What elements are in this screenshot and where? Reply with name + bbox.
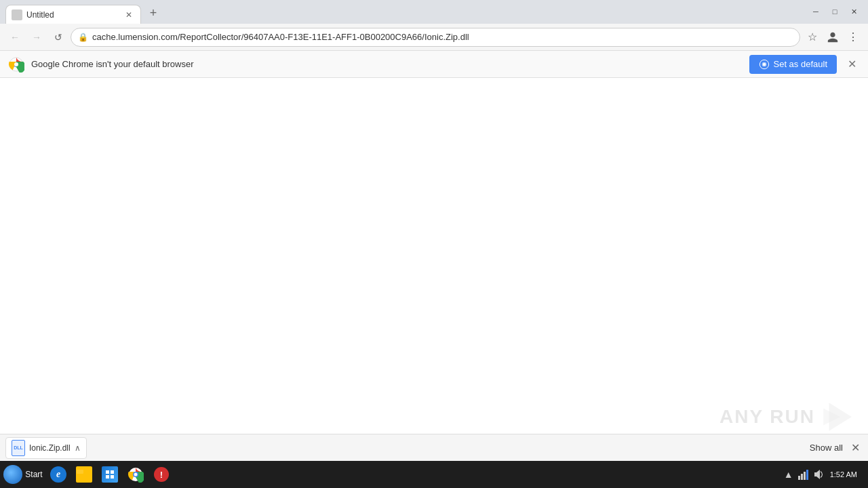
ie-icon: e [50, 466, 66, 483]
svg-rect-17 [804, 472, 806, 480]
taskbar-chrome-button[interactable] [123, 462, 148, 487]
svg-rect-18 [806, 470, 808, 480]
window-controls: ─ □ ✕ [802, 0, 868, 19]
start-text: Start [25, 470, 42, 479]
chrome-window: Untitled ✕ + ─ □ ✕ ← → ↺ 🔒 cache.lumensi… [0, 0, 868, 488]
svg-rect-11 [111, 475, 114, 479]
show-all-button[interactable]: Show all [804, 440, 848, 455]
svg-rect-8 [106, 470, 109, 474]
chrome-logo-icon [8, 56, 24, 73]
title-bar: Untitled ✕ + ─ □ ✕ [0, 0, 868, 24]
forward-button[interactable]: → [27, 28, 46, 47]
url-text: cache.lumension.com/ReportCollector/9640… [92, 32, 793, 42]
folder-icon [76, 466, 92, 483]
notification-text: Google Chrome isn't your default browser [31, 59, 743, 69]
download-file-icon: DLL [12, 440, 25, 456]
taskbar-warning-button[interactable]: ! [149, 462, 174, 487]
chrome-taskbar-icon [127, 466, 144, 483]
download-bar-close-button[interactable]: ✕ [848, 439, 863, 457]
reload-button[interactable]: ↺ [49, 28, 68, 47]
tab-title: Untitled [26, 10, 120, 20]
new-tab-button[interactable]: + [144, 3, 163, 22]
download-bar: DLL Ionic.Zip.dll ∧ Show all ✕ [0, 434, 868, 461]
warning-icon: ! [154, 467, 169, 482]
svg-point-3 [763, 63, 766, 66]
svg-rect-15 [798, 476, 800, 480]
tab-favicon [12, 9, 22, 20]
start-button[interactable]: Start [3, 462, 43, 487]
tray-expand-icon[interactable]: ▲ [783, 468, 795, 481]
taskbar-ie-button[interactable]: e [46, 462, 71, 487]
sound-icon[interactable] [812, 468, 825, 481]
svg-point-14 [134, 473, 138, 476]
anyrun-watermark: ANY RUN [719, 400, 854, 434]
clock: 1:52 AM [827, 470, 860, 479]
address-bar[interactable]: 🔒 cache.lumension.com/ReportCollector/96… [71, 28, 800, 47]
toolbar: ← → ↺ 🔒 cache.lumension.com/ReportCollec… [0, 24, 868, 51]
download-chevron-icon[interactable]: ∧ [75, 443, 81, 453]
taskbar: Start e [0, 461, 868, 488]
toolbar-right: ☆ ⋮ [803, 28, 863, 47]
app3-icon [102, 466, 118, 483]
download-filename: Ionic.Zip.dll [29, 443, 71, 453]
notification-bar: Google Chrome isn't your default browser… [0, 51, 868, 78]
svg-rect-9 [111, 470, 114, 474]
tray-icons: ▲ [783, 468, 825, 481]
svg-rect-16 [801, 474, 803, 480]
close-button[interactable]: ✕ [845, 4, 863, 19]
svg-rect-10 [106, 475, 109, 479]
minimize-button[interactable]: ─ [807, 4, 825, 19]
notification-close-button[interactable]: ✕ [844, 56, 860, 73]
anyrun-logo-icon [821, 400, 854, 434]
profile-button[interactable] [823, 28, 842, 47]
taskbar-items: e [43, 462, 777, 487]
bookmark-button[interactable]: ☆ [803, 28, 822, 47]
anyrun-text: ANY RUN [719, 406, 815, 428]
start-orb-icon [3, 465, 22, 484]
set-default-icon [759, 59, 770, 70]
download-item[interactable]: DLL Ionic.Zip.dll ∧ [5, 437, 87, 459]
active-tab[interactable]: Untitled ✕ [5, 5, 141, 24]
set-default-button[interactable]: Set as default [749, 55, 837, 74]
taskbar-right: ▲ 1:52 AM [777, 468, 865, 481]
page-content: ANY RUN [0, 78, 868, 488]
back-button[interactable]: ← [5, 28, 24, 47]
menu-button[interactable]: ⋮ [844, 28, 863, 47]
svg-point-1 [14, 62, 18, 66]
svg-rect-7 [77, 470, 83, 474]
security-icon: 🔒 [78, 33, 88, 42]
maximize-button[interactable]: □ [826, 4, 844, 19]
taskbar-filemanager-button[interactable] [72, 462, 96, 487]
network-icon[interactable] [797, 468, 810, 481]
tab-strip: Untitled ✕ + [0, 0, 802, 24]
tab-close-button[interactable]: ✕ [123, 9, 135, 21]
taskbar-app3-button[interactable] [98, 462, 122, 487]
